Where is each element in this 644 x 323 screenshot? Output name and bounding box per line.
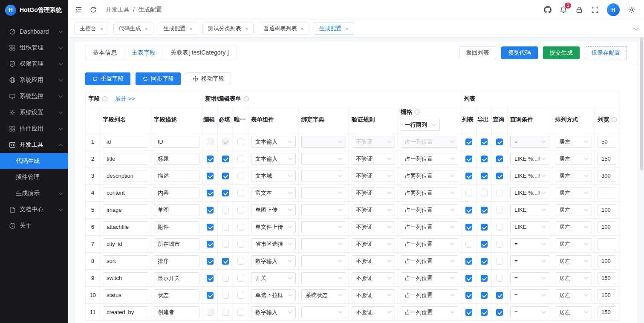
sidebar-item-dashboard[interactable]: Dashboard	[0, 23, 68, 40]
unique-checkbox[interactable]	[237, 156, 244, 162]
column-width-input[interactable]	[598, 187, 616, 199]
unique-checkbox[interactable]	[237, 275, 244, 282]
query-cond-select[interactable]: =	[510, 272, 549, 284]
field-desc-input[interactable]	[154, 272, 199, 284]
sync-fields-button[interactable]: 同步字段	[136, 72, 181, 85]
edit-checkbox[interactable]	[207, 156, 214, 162]
edit-checkbox[interactable]	[207, 207, 214, 213]
close-icon[interactable]: ×	[145, 26, 148, 32]
save-config-only-button[interactable]: 仅保存配置	[585, 46, 627, 59]
export-checkbox[interactable]	[481, 156, 488, 162]
form-component-select[interactable]: 文本域	[251, 170, 296, 182]
unique-checkbox[interactable]	[237, 138, 244, 145]
dict-select[interactable]	[301, 221, 346, 233]
column-width-input[interactable]	[598, 238, 616, 250]
breadcrumb-section[interactable]: 开发工具	[106, 6, 130, 14]
grid-select[interactable]: 占一列位置	[401, 153, 458, 165]
form-component-select[interactable]: 单图上传	[251, 204, 296, 216]
field-desc-input[interactable]	[154, 289, 199, 301]
query-cond-select[interactable]: LIKE %...%	[510, 187, 549, 199]
sidebar-item-permission[interactable]: 权限管理	[0, 56, 68, 72]
form-component-select[interactable]: 单选下拉框	[251, 289, 296, 301]
required-checkbox[interactable]	[222, 156, 229, 162]
align-select[interactable]: 居左	[555, 306, 592, 318]
field-name-input[interactable]	[103, 153, 148, 165]
expand-link[interactable]: 展开 >>	[115, 95, 135, 103]
align-select[interactable]: 居左	[555, 221, 592, 233]
column-width-input[interactable]	[598, 272, 616, 284]
back-to-list-button[interactable]: 返回列表	[459, 46, 496, 59]
validate-select[interactable]: 不验证	[352, 204, 395, 216]
query-checkbox[interactable]	[496, 138, 503, 145]
unique-checkbox[interactable]	[237, 173, 244, 179]
validate-select[interactable]: 不验证	[352, 187, 395, 199]
tab-relation-table[interactable]: 关联表[ testCategory ]	[163, 46, 237, 60]
sidebar-item-docs-center[interactable]: 文档中心	[0, 202, 68, 218]
collapse-sidebar-icon[interactable]	[75, 6, 83, 14]
column-width-input[interactable]	[598, 136, 616, 148]
align-select[interactable]: 居左	[555, 170, 592, 182]
field-name-input[interactable]	[103, 306, 148, 318]
validate-select[interactable]: 不验证	[352, 238, 395, 250]
field-name-input[interactable]	[103, 170, 148, 182]
field-name-input[interactable]	[103, 289, 148, 301]
form-component-select[interactable]: 文本输入	[251, 153, 296, 165]
dict-select[interactable]	[301, 204, 346, 216]
grid-select[interactable]: 占一列位置	[401, 289, 458, 301]
list-checkbox[interactable]	[465, 292, 472, 299]
unique-checkbox[interactable]	[237, 241, 244, 248]
validate-select[interactable]: 不验证	[352, 272, 395, 284]
reset-fields-button[interactable]: 重置字段	[85, 72, 130, 85]
grid-select[interactable]: 占一列位置	[401, 221, 458, 233]
sidebar-item-about[interactable]: 关于	[0, 218, 68, 234]
close-icon[interactable]: ×	[189, 26, 193, 32]
list-checkbox[interactable]	[465, 156, 472, 162]
form-component-select[interactable]: 数字输入	[251, 255, 296, 267]
refresh-icon[interactable]	[90, 6, 97, 14]
lock-icon[interactable]	[575, 6, 583, 14]
export-checkbox[interactable]	[481, 258, 488, 265]
field-desc-input[interactable]	[154, 255, 199, 267]
validate-select[interactable]: 不验证	[352, 255, 395, 267]
list-checkbox[interactable]	[465, 275, 472, 282]
field-desc-input[interactable]	[154, 306, 199, 318]
required-checkbox[interactable]	[222, 258, 229, 265]
tab-generate-config-2[interactable]: 生成配置 ×	[314, 23, 354, 35]
export-checkbox[interactable]	[481, 138, 488, 145]
field-desc-input[interactable]	[154, 153, 199, 165]
tab-code-generation[interactable]: 代码生成 ×	[113, 23, 154, 35]
unique-checkbox[interactable]	[237, 190, 244, 196]
close-icon[interactable]: ×	[345, 26, 349, 32]
required-checkbox[interactable]	[222, 173, 229, 179]
tab-main-table-fields[interactable]: 主表字段	[124, 46, 163, 60]
sidebar-item-system-settings[interactable]: 系统设置	[0, 104, 68, 121]
sidebar-item-system-monitor[interactable]: 系统监控	[0, 88, 68, 104]
vertical-scrollbar[interactable]	[640, 37, 643, 170]
align-select[interactable]: 居左	[555, 289, 592, 301]
close-icon[interactable]: ×	[100, 26, 104, 32]
dict-select[interactable]	[301, 255, 346, 267]
form-component-select[interactable]: 数字输入	[251, 306, 296, 318]
avatar[interactable]: H	[607, 3, 620, 16]
field-name-input[interactable]	[103, 238, 148, 250]
field-desc-input[interactable]	[154, 187, 199, 199]
validate-select[interactable]: 不验证	[352, 153, 395, 165]
export-checkbox[interactable]	[481, 207, 488, 213]
unique-checkbox[interactable]	[237, 292, 244, 299]
dict-select[interactable]	[301, 306, 346, 318]
query-cond-select[interactable]: =	[510, 255, 549, 267]
column-width-input[interactable]	[598, 170, 616, 182]
query-cond-select[interactable]: =	[510, 238, 549, 250]
align-select[interactable]: 居左	[555, 136, 592, 148]
required-checkbox[interactable]	[222, 207, 229, 213]
query-cond-select[interactable]: LIKE	[510, 221, 549, 233]
close-icon[interactable]: ×	[245, 26, 248, 32]
edit-checkbox[interactable]	[207, 258, 214, 265]
preview-code-button[interactable]: 预览代码	[501, 46, 538, 59]
grid-select[interactable]: 占一列位置	[401, 204, 458, 216]
form-component-select[interactable]: 文本输入	[251, 136, 296, 148]
notifications-button[interactable]: 1	[560, 6, 567, 14]
validate-select[interactable]: 不验证	[352, 306, 395, 318]
align-select[interactable]: 居左	[555, 153, 592, 165]
query-checkbox[interactable]	[496, 309, 503, 316]
